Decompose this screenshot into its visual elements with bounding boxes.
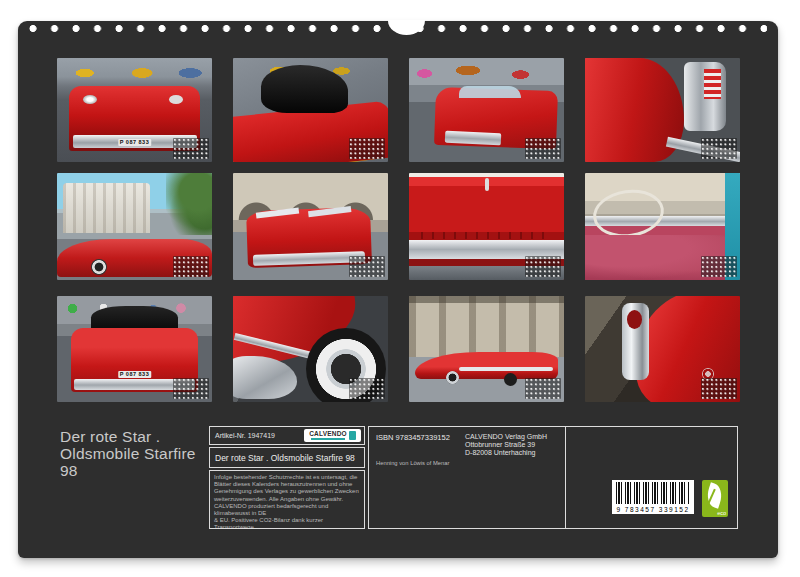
wheel-shape — [91, 259, 107, 275]
barcode-section: 9 783457 339152 eco — [565, 427, 737, 528]
ornament-shape — [485, 178, 489, 191]
barcode-bars — [616, 482, 690, 504]
watermark-pattern — [173, 138, 209, 159]
watermark-pattern — [173, 378, 209, 399]
fine-print-box: Infolge bestehender Schutzrechte ist es … — [209, 470, 365, 529]
ean-barcode: 9 783457 339152 — [612, 480, 694, 514]
photo-black-top-side — [233, 58, 388, 162]
calvendo-logo-text: CALVENDO — [309, 431, 347, 437]
publisher-info-box: Artikel-Nr. 1947419 CALVENDO Der rote St… — [209, 426, 738, 529]
product-title: Der rote Star . Oldsmobile Starfire 98 — [215, 453, 355, 463]
watermark-pattern — [349, 256, 385, 277]
car-shape — [415, 352, 558, 379]
calvendo-book-icon — [349, 431, 356, 440]
steering-wheel-shape — [590, 185, 667, 241]
calendar-back-page: P 087 833 — [18, 21, 778, 558]
fine-print-line: weiterzuverwenden. Alle Angaben ohne Gew… — [214, 496, 360, 503]
columns-shape — [409, 296, 564, 357]
cover-title-line: Oldsmobile Starfire — [60, 445, 196, 462]
author-name: Henning von Löwis of Menar — [376, 460, 449, 466]
photo-front-view-street: P 087 833 — [57, 58, 212, 162]
calvendo-logo-wordmark: CALVENDO — [309, 431, 347, 440]
article-number: Artikel-Nr. 1947419 — [215, 432, 275, 439]
watermark-pattern — [701, 138, 737, 159]
watermark-pattern — [349, 138, 385, 159]
eco-logo: eco — [702, 480, 728, 517]
cover-title-line: 98 — [60, 462, 196, 479]
calvendo-logo-rule — [311, 438, 345, 440]
photo-fender-tire-closeup — [233, 296, 388, 402]
photo-taillight-closeup — [585, 296, 740, 402]
photo-fin-closeup — [585, 58, 740, 162]
watermark-pattern — [525, 256, 561, 277]
tree-shape — [166, 173, 213, 235]
photo-profile-building — [409, 296, 564, 402]
product-image-background: { "cover": { "title_lines": ["Der rote S… — [0, 0, 800, 577]
eco-label: eco — [717, 510, 726, 516]
building-shape — [63, 183, 150, 233]
publisher-address: CALVENDO Verlag GmbH Ottobrunner Straße … — [465, 433, 547, 457]
fine-print-line: Genehmigung des Verlages zu gewerblichen… — [214, 488, 360, 495]
cover-title-line: Der rote Star . — [60, 428, 196, 445]
fine-print-line: & EU. Positivere CO2-Bilanz dank kurzer … — [214, 517, 360, 529]
taillight-stripes-shape — [704, 69, 721, 98]
product-title-box: Der rote Star . Oldsmobile Starfire 98 — [209, 447, 365, 468]
watermark-pattern — [701, 256, 737, 277]
license-plate: P 087 833 — [118, 371, 151, 378]
watermark-pattern — [525, 138, 561, 159]
windshield-shape — [459, 86, 521, 97]
barcode-digits: 9 783457 339152 — [612, 506, 694, 513]
chrome-trim-shape — [459, 367, 554, 371]
photo-layer — [409, 62, 564, 83]
info-left-column: Artikel-Nr. 1947419 CALVENDO Der rote St… — [209, 426, 365, 529]
bumper-shape — [233, 356, 297, 398]
publisher-line: CALVENDO Verlag GmbH — [465, 433, 547, 441]
photo-rear-view-street: P 087 833 — [57, 296, 212, 402]
watermark-pattern — [525, 378, 561, 399]
photo-rear-three-quarter-arches — [233, 173, 388, 280]
license-plate: P 087 833 — [118, 139, 151, 146]
photo-interior — [585, 173, 740, 280]
isbn-number: ISBN 9783457339152 — [376, 433, 450, 442]
fine-print-line: Blätter dieses Kalenders herauszutrennen… — [214, 481, 360, 488]
watermark-pattern — [349, 378, 385, 399]
fine-print-line: CALVENDO produziert bedarfsgerecht und k… — [214, 503, 360, 517]
isbn-publisher-section: ISBN 9783457339152 CALVENDO Verlag GmbH … — [369, 427, 565, 528]
publisher-line: D-82008 Unterhaching — [465, 449, 547, 457]
watermark-pattern — [701, 378, 737, 399]
calvendo-logo: CALVENDO — [304, 429, 361, 442]
convertible-top-shape — [261, 65, 348, 113]
photo-theater-side-view — [57, 173, 212, 280]
info-right-box: ISBN 9783457339152 CALVENDO Verlag GmbH … — [368, 426, 738, 529]
cover-title: Der rote Star . Oldsmobile Starfire 98 — [60, 428, 196, 479]
taillight-lens-shape — [627, 310, 643, 329]
lettering-shape — [421, 232, 551, 239]
watermark-pattern — [173, 256, 209, 277]
photo-trunk-closeup — [409, 173, 564, 280]
article-number-box: Artikel-Nr. 1947419 CALVENDO — [209, 426, 365, 445]
photo-layer — [57, 65, 212, 81]
fine-print-line: Infolge bestehender Schutzrechte ist es … — [214, 474, 360, 481]
wheels-shape — [446, 371, 459, 384]
photo-front-three-quarter — [409, 58, 564, 162]
publisher-line: Ottobrunner Straße 39 — [465, 441, 547, 449]
